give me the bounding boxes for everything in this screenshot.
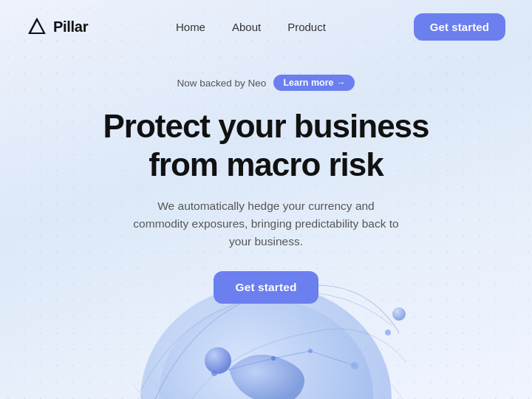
svg-point-16 bbox=[205, 347, 231, 374]
hero-subtitle: We automatically hedge your currency and… bbox=[133, 197, 399, 250]
badge-row: Now backed by Neo Learn more → bbox=[0, 75, 532, 91]
logo-icon bbox=[27, 17, 47, 38]
logo-text: Pillar bbox=[53, 18, 88, 35]
hero-title-line1: Protect your business bbox=[103, 108, 429, 144]
hero-cta-button[interactable]: Get started bbox=[214, 271, 319, 304]
svg-point-12 bbox=[385, 330, 391, 335]
nav-link-home[interactable]: Home bbox=[176, 21, 205, 33]
nav-links: Home About Product bbox=[176, 21, 326, 34]
hero-title-line2: from macro risk bbox=[149, 146, 383, 183]
svg-point-17 bbox=[392, 307, 406, 321]
logo: Pillar bbox=[27, 17, 88, 38]
nav-link-about[interactable]: About bbox=[232, 21, 261, 33]
nav-link-product[interactable]: Product bbox=[287, 21, 326, 33]
svg-line-0 bbox=[30, 19, 37, 33]
navbar: Pillar Home About Product Get started bbox=[0, 0, 532, 54]
hero-section: Now backed by Neo Learn more → Protect y… bbox=[0, 54, 532, 304]
hero-title: Protect your business from macro risk bbox=[0, 107, 532, 184]
badge-learn-more-button[interactable]: Learn more → bbox=[273, 75, 355, 91]
badge-text: Now backed by Neo bbox=[177, 78, 267, 89]
nav-cta-button[interactable]: Get started bbox=[414, 13, 505, 41]
